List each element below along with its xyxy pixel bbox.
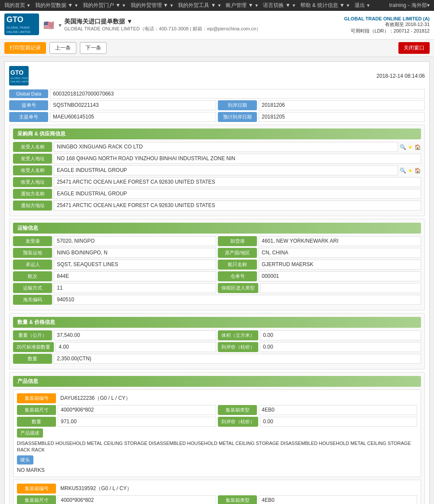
size-label-1: 集装箱尺寸 xyxy=(17,405,56,415)
sender-addr-row: 发受人地址 NO 168 QIHANG NORTH ROAD YINZHOU B… xyxy=(13,154,421,164)
marks-label-1: 唛头 xyxy=(17,455,417,466)
nav-help[interactable]: 帮助 & 统计信息 ▼ xyxy=(300,2,350,9)
size-col-2: 集装箱尺寸 4000*906*802 xyxy=(17,495,216,504)
size-col-1: 集装箱尺寸 4000*906*802 xyxy=(17,405,216,415)
bill-no-label: 提单号 xyxy=(9,100,48,110)
product-item-1: 集装箱编号 DAYU6122236（G0 / L / CY） 集装箱尺寸 400… xyxy=(13,389,421,477)
est-arrival-col: 预计到岸日期 20181205 xyxy=(218,112,425,122)
size-label-2: 集装箱尺寸 xyxy=(17,495,56,504)
container20-value: 4.00 xyxy=(56,342,216,352)
voyage-col: 航次 844E xyxy=(13,271,216,281)
container-no-value-1: DAYU6122236（G0 / L / CY） xyxy=(58,393,133,403)
size-value-1: 4000*906*802 xyxy=(58,405,216,415)
bonded-col: 保税区进入类型 xyxy=(218,283,421,293)
master-bill-row: 主提单号 MAEU606145105 预计到岸日期 20181205 xyxy=(9,112,425,122)
record-logo: GTO GLOBAL TRADE ONLINE LIMITED xyxy=(9,66,53,86)
origin-value: CN, CHINA xyxy=(259,248,421,258)
receiver-addr-row: 收受人地址 25471 ARCTIC OCEAN LAKE FOREST CA … xyxy=(13,177,421,187)
receiver-star-icon[interactable]: ★ xyxy=(408,168,413,174)
receiver-home-icon[interactable]: 🏠 xyxy=(414,168,421,174)
carrier-value: SQST, SEAQUEST LINES xyxy=(54,260,216,270)
load-port-value: 57020, NINGPO xyxy=(54,236,216,246)
preload-value: NING BO/NINGPO, N xyxy=(54,248,216,258)
sender-name-label: 发受人名称 xyxy=(13,142,52,152)
bill-no-value: SQSTNBO0221143 xyxy=(50,100,216,110)
port-row: 发受港 57020, NINGPO 卸货港 4601, NEW YORK/NEW… xyxy=(13,236,421,246)
company-contact: GLOBAL TRADE ONLINE LIMITED（电话：400-710-3… xyxy=(64,26,344,32)
receiver-addr-label: 收受人地址 xyxy=(13,177,52,187)
preload-col: 预装运地 NING BO/NINGPO, N xyxy=(13,248,216,258)
arrival-date-value: 20181206 xyxy=(259,100,425,110)
volume-value: 0.00 xyxy=(260,330,421,340)
container-no-label-1: 集装箱编号 xyxy=(17,393,56,403)
qty-label-1: 数量 xyxy=(17,417,56,427)
type-col-1: 集装箱类型 4EB0 xyxy=(218,405,417,415)
arrival-date-label: 到岸日期 xyxy=(218,100,257,110)
arrival-price-label: 到岸价（枯价） xyxy=(218,342,258,352)
svg-text:ONLINE LIMITED: ONLINE LIMITED xyxy=(7,30,31,33)
price-label-1: 到岸价（枯价） xyxy=(218,417,258,427)
preload-label: 预装运地 xyxy=(13,248,52,258)
product-section: 产品信息 集装箱编号 DAYU6122236（G0 / L / CY） 集装箱尺… xyxy=(9,372,425,504)
prev-button[interactable]: 上一条 xyxy=(49,42,76,54)
customs-row: 海关编码 940510 xyxy=(13,295,421,305)
nav-tools[interactable]: 我的外贸工具 ▼ xyxy=(178,2,221,9)
print-button[interactable]: 打印贸易记录 xyxy=(4,42,46,54)
nav-home[interactable]: 我的首页 xyxy=(4,2,31,9)
weight-col: 重量（公斤） 37,540.00 xyxy=(13,330,216,340)
voyage-cabin-row: 航次 844E 仓单号 000001 xyxy=(13,271,421,281)
master-bill-label: 主提单号 xyxy=(9,112,48,122)
vessel-label: 船只名称 xyxy=(218,260,257,270)
nav-lang[interactable]: 语言切换 ▼ xyxy=(263,2,296,9)
transport-bonded-row: 运输方式 11 保税区进入类型 xyxy=(13,283,421,293)
product-section-header: 产品信息 xyxy=(13,376,421,387)
vessel-value: GJERTRUD MAERSK xyxy=(259,260,421,270)
receiver-search-icon[interactable]: 🔍 xyxy=(400,168,406,174)
arrival-price-col: 到岸价（枯价） 0.00 xyxy=(218,342,421,352)
next-button[interactable]: 下一条 xyxy=(80,42,107,54)
home-icon[interactable]: 🏠 xyxy=(414,144,421,150)
quantity-section-header: 数量 & 价格信息 xyxy=(13,317,421,328)
receiver-icons: 🔍 ★ 🏠 xyxy=(400,165,421,175)
transport-section: 运输信息 发受港 57020, NINGPO 卸货港 4601, NEW YOR… xyxy=(9,219,425,310)
nav-data[interactable]: 我的外贸数据 ▼ xyxy=(35,2,79,9)
quantity-section: 数量 & 价格信息 重量（公斤） 37,540.00 体积（立方米） 0.00 … xyxy=(9,313,425,369)
qty-col-1: 数量 971.00 xyxy=(17,417,216,427)
star-icon[interactable]: ★ xyxy=(408,144,413,150)
receiver-addr-value: 25471 ARCTIC OCEAN LAKE FOREST CA 92630 … xyxy=(54,177,421,187)
close-button[interactable]: 关闭窗口 xyxy=(398,42,430,54)
origin-label: 原产国/地区 xyxy=(218,248,257,258)
nav-manage[interactable]: 我的外贸管理 ▼ xyxy=(131,2,174,9)
page-header: GTO GLOBAL TRADE ONLINE LIMITED 🇺🇸 ▼ 美国海… xyxy=(0,11,434,40)
voyage-label: 航次 xyxy=(13,271,52,281)
weight-label: 重量（公斤） xyxy=(13,330,52,340)
preload-origin-row: 预装运地 NING BO/NINGPO, N 原产国/地区 CN, CHINA xyxy=(13,248,421,258)
qty-value: 2,350.00(CTN) xyxy=(54,354,421,364)
bill-arrival-row: 提单号 SQSTNBO0221143 到岸日期 20181206 xyxy=(9,100,425,110)
top-toolbar: 打印贸易记录 上一条 下一条 关闭窗口 xyxy=(0,40,434,57)
top-navigation: 我的首页 我的外贸数据 ▼ 我的外贸门户 ▼ 我的外贸管理 ▼ 我的外贸工具 ▼… xyxy=(0,0,434,11)
search-icon[interactable]: 🔍 xyxy=(400,144,406,150)
unload-port-label: 卸货港 xyxy=(218,236,257,246)
svg-text:GTO: GTO xyxy=(10,69,23,76)
qty-label: 数量 xyxy=(13,354,52,364)
notify-name-row: 通知方名称 EAGLE INDUSTRIAL GROUP xyxy=(13,189,421,199)
transport-mode-col: 运输方式 11 xyxy=(13,283,216,293)
size-type-row-2: 集装箱尺寸 4000*906*802 集装箱类型 4EB0 xyxy=(17,495,417,504)
weight-volume-row: 重量（公斤） 37,540.00 体积（立方米） 0.00 xyxy=(13,330,421,340)
est-arrival-label: 预计到岸日期 xyxy=(218,112,257,122)
voyage-value: 844E xyxy=(54,271,216,281)
volume-col: 体积（立方米） 0.00 xyxy=(218,330,421,340)
nav-logout[interactable]: 退出 xyxy=(355,2,371,9)
cabin-value: 000001 xyxy=(259,271,421,281)
nav-portal[interactable]: 我的外贸门户 ▼ xyxy=(83,2,126,9)
cabin-col: 仓单号 000001 xyxy=(218,271,421,281)
nav-account[interactable]: 账户管理 ▼ xyxy=(226,2,259,9)
type-value-2: 4EB0 xyxy=(259,495,417,504)
carrier-col: 承运人 SQST, SEAQUEST LINES xyxy=(13,260,216,270)
notify-addr-row: 通知方地址 25471 ARCTIC OCEAN LAKE FOREST CA … xyxy=(13,201,421,211)
flag-icon: 🇺🇸 xyxy=(43,20,54,30)
origin-col: 原产国/地区 CN, CHINA xyxy=(218,248,421,258)
desc-label-1: 产品描述 xyxy=(17,428,417,439)
bill-no-col: 提单号 SQSTNBO0221143 xyxy=(9,100,216,110)
